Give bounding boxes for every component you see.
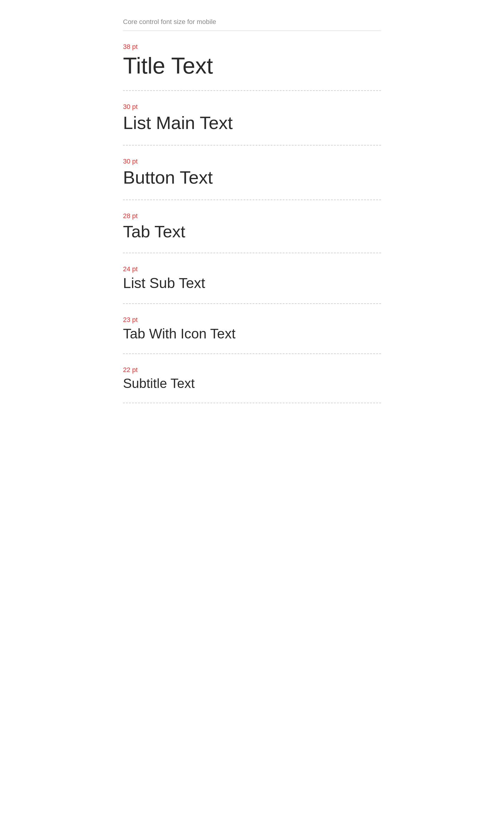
font-section-list-sub-text: 24 pt List Sub Text (123, 253, 381, 304)
font-size-label-tab-icon: 23 pt (123, 316, 381, 324)
font-display-list-sub: List Sub Text (123, 276, 381, 291)
font-display-tab-icon: Tab With Icon Text (123, 326, 381, 342)
font-display-button: Button Text (123, 168, 381, 187)
font-size-label-tab: 28 pt (123, 212, 381, 220)
font-display-title: Title Text (123, 53, 381, 78)
font-display-subtitle: Subtitle Text (123, 376, 381, 391)
font-size-label-list-main: 30 pt (123, 103, 381, 111)
font-display-list-main: List Main Text (123, 113, 381, 133)
page-header-label: Core control font size for mobile (123, 18, 216, 25)
page-container: Core control font size for mobile 38 pt … (123, 0, 381, 403)
font-size-label-button: 30 pt (123, 158, 381, 165)
font-size-label-subtitle: 22 pt (123, 366, 381, 374)
font-section-title-text: 38 pt Title Text (123, 31, 381, 91)
font-display-tab: Tab Text (123, 222, 381, 241)
font-section-tab-text: 28 pt Tab Text (123, 200, 381, 253)
font-section-subtitle-text: 22 pt Subtitle Text (123, 354, 381, 403)
page-header: Core control font size for mobile (123, 18, 381, 31)
font-section-tab-with-icon-text: 23 pt Tab With Icon Text (123, 304, 381, 354)
font-size-label-title: 38 pt (123, 43, 381, 51)
font-size-label-list-sub: 24 pt (123, 265, 381, 273)
font-section-list-main-text: 30 pt List Main Text (123, 91, 381, 145)
font-section-button-text: 30 pt Button Text (123, 145, 381, 200)
